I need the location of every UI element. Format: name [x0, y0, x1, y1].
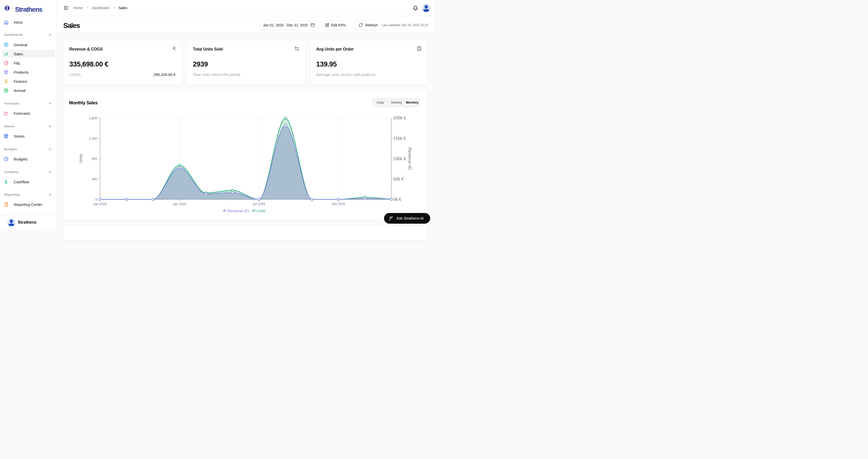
- svg-text:Apr 2025: Apr 2025: [173, 202, 186, 206]
- svg-text:150k €: 150k €: [393, 136, 406, 141]
- svg-text:Revenue (€): Revenue (€): [227, 209, 249, 213]
- svg-text:100k €: 100k €: [393, 156, 406, 161]
- svg-text:1,350: 1,350: [89, 136, 97, 141]
- svg-text:Jan 2025: Jan 2025: [93, 202, 107, 206]
- svg-text:1,800: 1,800: [89, 116, 97, 120]
- svg-text:Jul 2025: Jul 2025: [253, 202, 265, 206]
- svg-text:Oct 2025: Oct 2025: [332, 202, 345, 206]
- svg-text:200k €: 200k €: [393, 116, 406, 120]
- svg-text:0: 0: [95, 197, 97, 201]
- svg-text:Revenue (€): Revenue (€): [408, 148, 412, 170]
- svg-text:50k €: 50k €: [393, 177, 404, 181]
- svg-text:0k €: 0k €: [393, 197, 401, 202]
- svg-text:Units: Units: [79, 154, 83, 163]
- svg-text:Units: Units: [257, 209, 266, 213]
- svg-text:900: 900: [92, 157, 97, 161]
- svg-text:450: 450: [92, 177, 97, 181]
